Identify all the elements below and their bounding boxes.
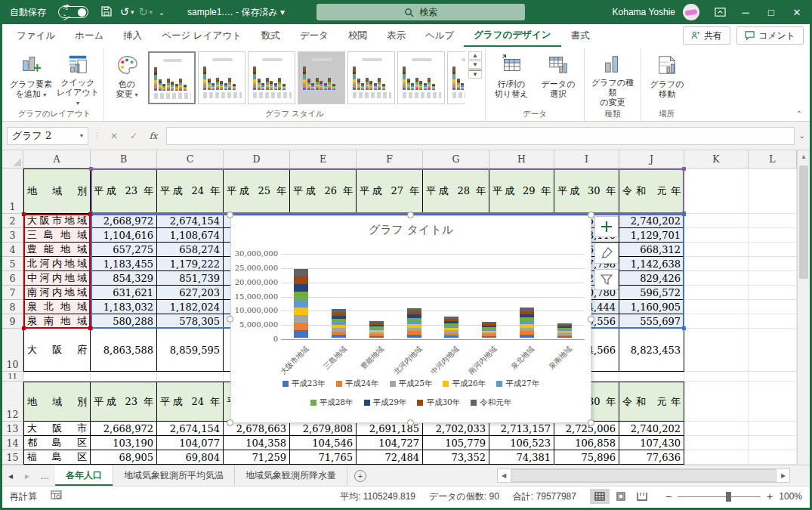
column-header-A[interactable]: A bbox=[23, 150, 91, 168]
cell-B5[interactable]: 1,183,455 bbox=[91, 257, 157, 271]
change-colors-button[interactable]: 色の変更 ▾ bbox=[107, 50, 147, 107]
calc-mode[interactable]: 再計算 bbox=[10, 490, 37, 503]
sheet-tab-avg-temp[interactable]: 地域気象観測所平均気温 bbox=[113, 465, 235, 486]
row-header-15[interactable]: 15 bbox=[2, 450, 23, 465]
column-header-J[interactable]: J bbox=[619, 150, 684, 168]
select-all-corner[interactable] bbox=[2, 150, 23, 168]
cell-B3[interactable]: 1,104,616 bbox=[91, 228, 157, 243]
cell-L15[interactable] bbox=[749, 450, 797, 465]
cell-L6[interactable] bbox=[749, 271, 797, 286]
cell-C7[interactable]: 627,203 bbox=[157, 286, 224, 300]
hscroll-right-icon[interactable]: ▶ bbox=[777, 472, 789, 479]
add-chart-element-button[interactable]: グラフ要素を追加 ▾ bbox=[8, 50, 54, 107]
cell-B9[interactable]: 580,288 bbox=[91, 314, 157, 329]
cell-D15[interactable]: 71,259 bbox=[224, 450, 290, 465]
cell-I13[interactable]: 2,725,006 bbox=[554, 422, 619, 436]
cell-C9[interactable]: 578,305 bbox=[157, 314, 224, 329]
cell-K4[interactable] bbox=[684, 243, 749, 257]
chart-style-3[interactable] bbox=[248, 51, 295, 104]
category-range-handle[interactable] bbox=[22, 326, 26, 330]
legend-item-平成27年[interactable]: 平成27年 bbox=[496, 379, 539, 389]
cell-F14[interactable]: 104,727 bbox=[357, 436, 423, 450]
save-icon[interactable] bbox=[97, 5, 116, 20]
cell-A4[interactable]: 豊 能 地 域 bbox=[23, 243, 91, 257]
cell-K1[interactable] bbox=[684, 168, 749, 214]
cell-J1[interactable]: 令和 元年 bbox=[619, 168, 684, 214]
cell-J13[interactable]: 2,740,202 bbox=[619, 422, 684, 436]
cell-B15[interactable]: 68,905 bbox=[91, 450, 157, 465]
cell-B8[interactable]: 1,183,032 bbox=[91, 300, 157, 314]
cell-B4[interactable]: 657,275 bbox=[91, 243, 157, 257]
chart-style-6[interactable] bbox=[397, 51, 445, 104]
chart-styles-button[interactable] bbox=[594, 243, 619, 264]
select-data-button[interactable]: データの選択 bbox=[536, 50, 581, 107]
cell-L4[interactable] bbox=[749, 243, 797, 257]
bar-大阪市地域[interactable] bbox=[294, 269, 308, 338]
bar-segment-平成23年[interactable] bbox=[332, 335, 346, 338]
column-header-D[interactable]: D bbox=[224, 150, 290, 168]
view-page-layout-icon[interactable] bbox=[611, 489, 631, 504]
cell-H14[interactable]: 106,523 bbox=[489, 436, 554, 450]
embedded-chart[interactable]: グラフ タイトル30,000,00025,000,00020,000,00015… bbox=[230, 215, 591, 423]
chart-resize-handle[interactable] bbox=[227, 419, 233, 426]
cell-H13[interactable]: 2,713,157 bbox=[489, 422, 554, 436]
change-chart-type-button[interactable]: グラフの種類の変更 bbox=[588, 50, 638, 107]
chart-resize-handle[interactable] bbox=[227, 316, 233, 323]
cell-D14[interactable]: 104,358 bbox=[224, 436, 290, 450]
legend-item-平成26年[interactable]: 平成26年 bbox=[443, 379, 486, 389]
column-header-F[interactable]: F bbox=[357, 150, 423, 168]
cell-C3[interactable]: 1,108,674 bbox=[157, 228, 224, 243]
cell-B13[interactable]: 2,668,972 bbox=[91, 422, 157, 436]
bar-三島地域[interactable] bbox=[332, 309, 346, 338]
row-header-13[interactable]: 13 bbox=[2, 422, 23, 436]
legend-item-平成25年[interactable]: 平成25年 bbox=[390, 379, 433, 389]
row-header-3[interactable]: 3 bbox=[2, 228, 23, 243]
search-box[interactable]: 検索 bbox=[316, 4, 525, 20]
cell-J6[interactable]: 829,426 bbox=[619, 271, 684, 286]
row-header-4[interactable]: 4 bbox=[2, 243, 23, 257]
row-header-6[interactable]: 6 bbox=[2, 271, 23, 286]
vertical-scrollbar[interactable]: ▲ bbox=[797, 150, 810, 465]
cell-B2[interactable]: 2,668,972 bbox=[91, 214, 157, 228]
cell-C12[interactable]: 平成 24 年 bbox=[157, 382, 224, 422]
sheet-tab-precipitation[interactable]: 地域気象観測所降水量 bbox=[235, 465, 347, 486]
bar-segment-令和元年[interactable] bbox=[294, 269, 308, 277]
chart-elements-button[interactable] bbox=[594, 216, 619, 237]
row-header-9[interactable]: 9 bbox=[2, 314, 23, 329]
bar-segment-平成23年[interactable] bbox=[557, 336, 572, 338]
cell-J14[interactable]: 107,430 bbox=[619, 436, 684, 450]
column-header-B[interactable]: B bbox=[91, 150, 157, 168]
cell-L5[interactable] bbox=[749, 257, 797, 271]
zoom-slider[interactable] bbox=[678, 496, 761, 497]
cell-A14[interactable]: 都 島 区 bbox=[23, 436, 91, 450]
cell-B7[interactable]: 631,621 bbox=[91, 286, 157, 300]
row-header-1[interactable]: 1 bbox=[2, 168, 23, 214]
legend-item-平成30年[interactable]: 平成30年 bbox=[417, 397, 460, 408]
cell-J15[interactable]: 77,636 bbox=[619, 450, 684, 465]
cell-C6[interactable]: 851,739 bbox=[157, 271, 224, 286]
cell-F1[interactable]: 平成 27 年 bbox=[357, 168, 423, 214]
cell-C4[interactable]: 658,274 bbox=[157, 243, 224, 257]
cell-J10[interactable]: 8,823,453 bbox=[619, 329, 684, 372]
bar-segment-平成25年[interactable] bbox=[294, 315, 308, 323]
series-name-range-handle[interactable] bbox=[682, 167, 686, 171]
cell-G14[interactable]: 105,779 bbox=[423, 436, 489, 450]
cell-E13[interactable]: 2,679,808 bbox=[290, 422, 357, 436]
cell-C11[interactable] bbox=[157, 372, 224, 382]
category-range-handle[interactable] bbox=[22, 212, 26, 216]
tab-help[interactable]: ヘルプ bbox=[415, 24, 464, 47]
cell-A12[interactable]: 地 域 別 bbox=[23, 382, 91, 422]
cell-D13[interactable]: 2,678,663 bbox=[224, 422, 290, 436]
chart-style-2[interactable] bbox=[198, 51, 245, 104]
cell-J4[interactable]: 668,312 bbox=[619, 243, 684, 257]
chart-resize-handle[interactable] bbox=[588, 212, 594, 218]
qat-customize-icon[interactable]: ⌄ bbox=[153, 8, 171, 17]
chart-resize-handle[interactable] bbox=[227, 212, 233, 218]
category-range-handle[interactable] bbox=[88, 212, 92, 216]
cell-A1[interactable]: 地 域 別 bbox=[23, 168, 91, 214]
cell-A3[interactable]: 三 島 地 域 bbox=[23, 228, 91, 243]
cell-K6[interactable] bbox=[684, 271, 749, 286]
cell-C1[interactable]: 平成 24 年 bbox=[157, 168, 224, 214]
cell-K13[interactable] bbox=[684, 422, 749, 436]
cell-L3[interactable] bbox=[749, 228, 797, 243]
